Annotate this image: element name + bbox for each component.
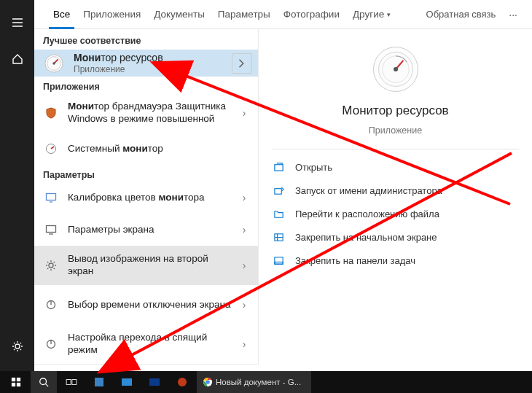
display-icon xyxy=(43,222,59,238)
settings-icon[interactable] xyxy=(0,332,34,361)
action-label: Закрепить на начальном экране xyxy=(295,232,437,243)
open-details-button[interactable] xyxy=(232,53,252,74)
svg-rect-33 xyxy=(95,378,103,386)
taskbar-app-1[interactable] xyxy=(86,371,112,393)
svg-rect-21 xyxy=(274,257,282,263)
result-label: Вывод изображения на второй экран xyxy=(59,253,236,278)
result-label: Выбор времени отключения экрана xyxy=(59,299,236,311)
chevron-right-icon: › xyxy=(236,338,252,350)
more-menu[interactable]: ··· xyxy=(504,9,522,20)
pin-start-icon xyxy=(272,230,285,244)
section-best-match: Лучшее соответствие xyxy=(34,29,258,50)
svg-rect-31 xyxy=(66,380,71,385)
chevron-down-icon: ▾ xyxy=(387,11,391,18)
task-view-button[interactable] xyxy=(58,371,85,393)
svg-rect-35 xyxy=(149,378,160,386)
action-run-admin[interactable]: Запуск от имени администратора xyxy=(272,179,519,202)
tab-label: Фотографии xyxy=(283,9,340,20)
action-label: Закрепить на панели задач xyxy=(295,255,415,266)
action-pin-taskbar[interactable]: Закрепить на панели задач xyxy=(272,249,519,272)
tab-apps[interactable]: Приложения xyxy=(77,0,146,29)
tab-all[interactable]: Все xyxy=(47,0,76,29)
result-label: Калибровка цветов монитора xyxy=(59,192,236,204)
result-item-project-second-screen[interactable]: Вывод изображения на второй экран › xyxy=(34,246,258,285)
chevron-right-icon: › xyxy=(236,299,252,311)
svg-rect-22 xyxy=(274,262,282,264)
result-item-sleep-settings[interactable]: Настройка перехода в спящий режим › xyxy=(34,324,258,364)
svg-point-38 xyxy=(206,380,210,384)
pin-taskbar-icon xyxy=(272,254,285,267)
search-panel: Все Приложения Документы Параметры Фотог… xyxy=(34,0,532,393)
result-label: Параметры экрана xyxy=(59,224,236,236)
action-label: Перейти к расположению файла xyxy=(295,209,439,219)
shield-icon xyxy=(43,105,59,121)
search-sidebar xyxy=(0,0,34,393)
svg-rect-19 xyxy=(274,188,281,194)
svg-rect-34 xyxy=(122,378,132,386)
svg-rect-27 xyxy=(12,383,15,386)
taskbar-app-4[interactable] xyxy=(169,371,195,393)
action-pin-start[interactable]: Закрепить на начальном экране xyxy=(272,225,519,249)
svg-line-30 xyxy=(46,384,49,387)
svg-point-0 xyxy=(15,344,20,349)
taskbar-chrome[interactable]: Новый документ - G... xyxy=(197,371,311,393)
tab-label: Все xyxy=(53,9,70,20)
tab-documents[interactable]: Документы xyxy=(148,0,211,29)
svg-rect-18 xyxy=(274,164,282,170)
details-title: Монитор ресурсов xyxy=(342,104,448,118)
gauge-icon xyxy=(43,141,59,157)
admin-icon xyxy=(272,184,285,197)
svg-rect-26 xyxy=(17,378,20,381)
action-list: Открыть Запуск от имени администратора П… xyxy=(259,155,532,272)
tab-label: Документы xyxy=(154,9,205,20)
details-subtitle: Приложение xyxy=(369,125,422,136)
svg-point-9 xyxy=(49,263,53,268)
result-item-color-calibration[interactable]: Калибровка цветов монитора › xyxy=(34,182,258,214)
search-button[interactable] xyxy=(31,371,57,393)
folder-icon xyxy=(272,207,285,220)
svg-point-29 xyxy=(40,378,47,385)
details-pane: Монитор ресурсов Приложение Открыть Запу… xyxy=(259,29,532,364)
gear-icon xyxy=(43,257,59,273)
divider xyxy=(272,149,519,149)
group-apps: Приложения xyxy=(34,77,258,93)
result-label: Системный монитор xyxy=(59,143,252,155)
hamburger-icon[interactable] xyxy=(0,8,34,37)
feedback-label: Обратная связь xyxy=(426,9,496,20)
result-item-system-monitor[interactable]: Системный монитор xyxy=(34,133,258,165)
home-icon[interactable] xyxy=(0,44,34,74)
result-label: Настройка перехода в спящий режим xyxy=(59,332,236,357)
chrome-icon xyxy=(203,377,213,387)
tab-photos[interactable]: Фотографии xyxy=(278,0,345,29)
svg-rect-8 xyxy=(47,226,56,233)
resource-monitor-icon xyxy=(43,52,65,74)
best-match-item[interactable]: Монитор ресурсов Приложение xyxy=(34,50,258,77)
taskbar-app-3[interactable] xyxy=(141,371,168,393)
power-icon xyxy=(43,297,59,313)
result-label: Монитор брандмауэра Защитника Windows в … xyxy=(59,101,236,125)
action-open-location[interactable]: Перейти к расположению файла xyxy=(272,202,519,225)
start-button[interactable] xyxy=(3,371,29,393)
tab-other[interactable]: Другие▾ xyxy=(347,0,396,29)
svg-point-36 xyxy=(178,378,187,386)
tab-label: Приложения xyxy=(83,9,141,20)
results-list: Лучшее соответствие Монитор ресурсов При… xyxy=(34,29,259,364)
group-settings: Параметры xyxy=(34,165,258,182)
best-match-subtitle: Приложение xyxy=(74,64,232,74)
svg-rect-25 xyxy=(12,378,15,381)
tab-label: Другие xyxy=(353,9,384,20)
result-item-screen-off-timer[interactable]: Выбор времени отключения экрана › xyxy=(34,285,258,324)
filter-tabs: Все Приложения Документы Параметры Фотог… xyxy=(34,0,532,29)
feedback-link[interactable]: Обратная связь xyxy=(422,9,501,20)
svg-rect-32 xyxy=(72,380,77,385)
action-open[interactable]: Открыть xyxy=(272,155,519,179)
taskbar-app-2[interactable] xyxy=(114,371,140,393)
taskbar-chrome-title: Новый документ - G... xyxy=(213,371,308,393)
chevron-right-icon: › xyxy=(236,224,252,236)
tab-label: Параметры xyxy=(218,9,270,20)
more-label: ··· xyxy=(509,9,517,20)
chevron-right-icon: › xyxy=(236,260,252,271)
result-item-display-settings[interactable]: Параметры экрана › xyxy=(34,214,258,246)
tab-settings[interactable]: Параметры xyxy=(212,0,276,29)
result-item-firewall-monitor[interactable]: Монитор брандмауэра Защитника Windows в … xyxy=(34,93,258,133)
